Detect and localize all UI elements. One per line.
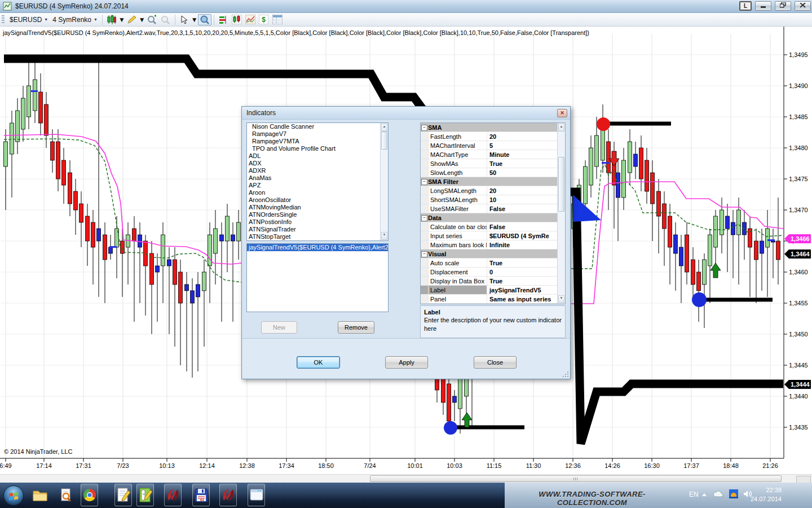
- property-value[interactable]: Same as input series: [487, 295, 565, 303]
- applied-indicator-item[interactable]: jaySignalTrendV5($EURUSD (4 SymRenko),Al…: [247, 244, 388, 251]
- property-row[interactable]: FastLength20: [421, 132, 565, 141]
- notepad-icon[interactable]: [114, 484, 132, 506]
- property-row[interactable]: Auto scaleTrue: [421, 259, 565, 268]
- account-button[interactable]: $: [257, 14, 271, 25]
- hidden-icons-icon[interactable]: [701, 490, 708, 500]
- property-value[interactable]: False: [487, 222, 565, 231]
- explorer-icon[interactable]: [31, 484, 48, 506]
- property-value[interactable]: Infinite: [487, 240, 565, 249]
- property-row[interactable]: SlowLength50: [421, 168, 565, 177]
- property-group-header[interactable]: −SMA: [421, 123, 565, 132]
- property-value[interactable]: True: [487, 259, 565, 267]
- property-group-header[interactable]: −Visual: [421, 249, 565, 259]
- indicator-list-item[interactable]: ATNPostionInfo: [247, 218, 388, 226]
- property-row[interactable]: MAChartTypeMinute: [421, 150, 565, 159]
- property-row[interactable]: Display in Data BoxTrue: [421, 277, 565, 286]
- property-row[interactable]: Maximum bars look baInfinite: [421, 240, 565, 249]
- property-value[interactable]: $EURUSD (4 SymRe: [487, 231, 565, 240]
- cloud-icon[interactable]: [713, 490, 724, 500]
- property-value[interactable]: 20: [487, 132, 565, 141]
- indicator-list-item[interactable]: AnaMas: [247, 174, 388, 182]
- line-chart-button[interactable]: [244, 14, 257, 25]
- property-grid[interactable]: −SMAFastLength20MAChartInterval5MAChartT…: [420, 122, 566, 304]
- property-group-header[interactable]: −SMA Filter: [421, 177, 565, 186]
- language-indicator[interactable]: EN: [689, 491, 699, 498]
- save-icon[interactable]: 64: [192, 484, 210, 506]
- search-icon[interactable]: [57, 484, 74, 506]
- property-row[interactable]: ShowMAsTrue: [421, 159, 565, 168]
- indicator-list-item[interactable]: ADX: [247, 160, 388, 167]
- remove-button[interactable]: Remove: [338, 321, 374, 334]
- link-button[interactable]: L: [739, 1, 752, 11]
- dialog-titlebar[interactable]: Indicators: [242, 107, 570, 120]
- data-box-button[interactable]: [198, 14, 211, 25]
- instrument-dropdown[interactable]: $EURUSD▼: [7, 14, 50, 25]
- chrome-icon[interactable]: [81, 484, 98, 506]
- indicator-list-item[interactable]: TPO and Volume Profile Chart: [247, 145, 388, 152]
- cursor-button[interactable]: [178, 14, 191, 25]
- indicator-list-item[interactable]: ATNSignalTrader: [247, 226, 388, 233]
- property-value[interactable]: 20: [487, 186, 565, 195]
- minimize-button[interactable]: [755, 1, 771, 11]
- property-row[interactable]: LabeljaySignalTrendV5: [421, 286, 565, 295]
- scrollbar-thumb[interactable]: [370, 475, 782, 482]
- toolbar-grip[interactable]: [2, 15, 5, 24]
- zoom-in-button[interactable]: [145, 14, 159, 25]
- horizontal-scrollbar[interactable]: [0, 474, 812, 483]
- property-value[interactable]: jaySignalTrendV5: [487, 286, 565, 294]
- draw-button[interactable]: [125, 14, 139, 25]
- indicator-list-item[interactable]: ATNMovingMedian: [247, 204, 388, 211]
- property-row[interactable]: MAChartInterval5: [421, 141, 565, 150]
- ninjatrader-icon[interactable]: [219, 484, 237, 506]
- weather-icon[interactable]: [729, 489, 738, 501]
- dialog-close-icon[interactable]: ✕: [557, 109, 567, 117]
- chart-style-button[interactable]: [105, 14, 118, 25]
- indicator-list-item[interactable]: RampageV7MTA: [247, 138, 388, 145]
- start-button[interactable]: [3, 485, 24, 506]
- property-row[interactable]: UseSMAFilterFalse: [421, 204, 565, 213]
- grid-scrollbar[interactable]: ▲▼: [557, 123, 565, 304]
- clock[interactable]: 22:38 24.07.2014: [751, 486, 782, 504]
- applied-indicators-list[interactable]: jaySignalTrendV5($EURUSD (4 SymRenko),Al…: [246, 243, 389, 312]
- market-analyzer-button[interactable]: [217, 14, 230, 25]
- property-row[interactable]: PanelSame as input series: [421, 295, 565, 304]
- dialog-close-button[interactable]: Close: [474, 356, 517, 369]
- ninjatrader-icon[interactable]: [164, 484, 182, 506]
- dialog-resize-grip[interactable]: [562, 371, 569, 378]
- chart-button[interactable]: [230, 14, 244, 25]
- property-value[interactable]: 50: [487, 168, 565, 177]
- property-value[interactable]: 10: [487, 195, 565, 204]
- property-value[interactable]: True: [487, 159, 565, 168]
- indicator-list-item[interactable]: AroonOscillator: [247, 196, 388, 204]
- property-value[interactable]: Minute: [487, 150, 565, 159]
- interval-dropdown[interactable]: 4 SymRenko▼: [50, 14, 100, 25]
- indicator-list-item[interactable]: ADL: [247, 152, 388, 160]
- indicator-list-item[interactable]: RampageV7: [247, 130, 388, 138]
- available-indicators-list[interactable]: Nison Candle ScannerRampageV7RampageV7MT…: [246, 122, 389, 241]
- property-value[interactable]: 0: [487, 268, 565, 276]
- ok-button[interactable]: OK: [297, 356, 340, 369]
- property-row[interactable]: Displacement0: [421, 268, 565, 277]
- list-scrollbar[interactable]: ▲▼: [380, 123, 388, 240]
- property-row[interactable]: Calculate on bar closeFalse: [421, 222, 565, 231]
- grid-button[interactable]: [271, 14, 284, 25]
- property-value[interactable]: 5: [487, 141, 565, 150]
- indicator-list-item[interactable]: Aroon: [247, 189, 388, 196]
- indicator-list-item[interactable]: APZ: [247, 182, 388, 189]
- property-group-header[interactable]: −Data: [421, 213, 565, 222]
- indicator-list-item[interactable]: ATNStopTarget: [247, 233, 388, 240]
- property-value[interactable]: False: [487, 204, 565, 213]
- indicator-list-item[interactable]: ATNOrdersSingle: [247, 211, 388, 218]
- indicator-list-item[interactable]: ADXR: [247, 167, 388, 174]
- editor-icon[interactable]: +: [136, 484, 154, 506]
- close-button[interactable]: [795, 1, 811, 11]
- svg-text:10:03: 10:03: [447, 462, 462, 469]
- window-icon[interactable]: [248, 484, 265, 506]
- apply-button[interactable]: Apply: [385, 356, 428, 369]
- property-value[interactable]: True: [487, 277, 565, 285]
- property-row[interactable]: ShortSMALength10: [421, 195, 565, 204]
- property-row[interactable]: Input series$EURUSD (4 SymRe: [421, 231, 565, 240]
- property-row[interactable]: LongSMALength20: [421, 186, 565, 195]
- indicator-list-item[interactable]: Nison Candle Scanner: [247, 123, 388, 130]
- restore-button[interactable]: [775, 1, 791, 11]
